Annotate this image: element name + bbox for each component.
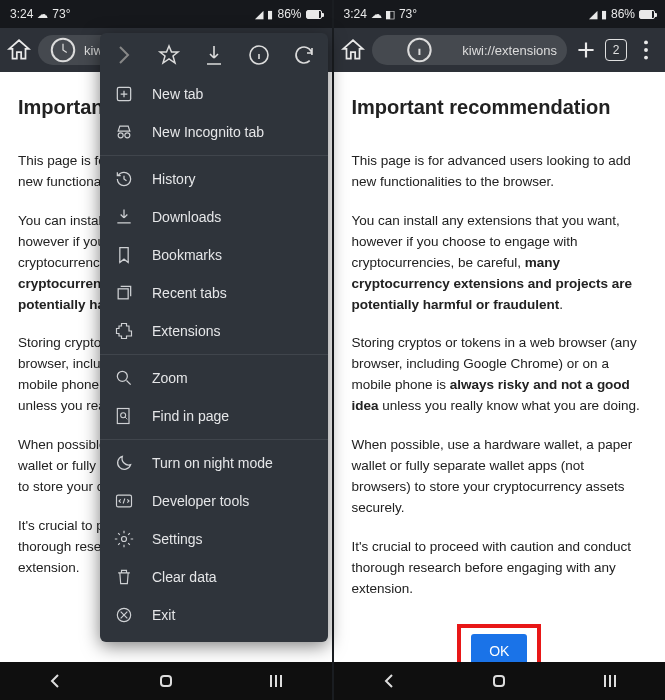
battery-icon — [306, 10, 322, 19]
recent-tabs-icon — [114, 283, 134, 303]
downloads-icon — [114, 207, 134, 227]
incognito-icon — [114, 122, 134, 142]
svg-rect-10 — [161, 676, 171, 686]
menu-top-icons — [100, 37, 328, 75]
back-icon[interactable] — [377, 669, 401, 693]
history-icon — [114, 169, 134, 189]
extensions-icon — [114, 321, 134, 341]
forward-icon[interactable] — [112, 43, 136, 67]
url-text: kiwi://extensions — [462, 43, 557, 58]
bookmarks-icon — [114, 245, 134, 265]
cloud-icon: ☁ ◧ — [371, 8, 395, 21]
home-icon[interactable] — [340, 37, 366, 63]
svg-point-12 — [644, 40, 648, 44]
devtools-icon — [114, 491, 134, 511]
battery-percent: 86% — [611, 7, 635, 21]
plus-square-icon — [114, 84, 134, 104]
status-time: 3:24 — [344, 7, 367, 21]
exit-icon — [114, 605, 134, 625]
star-icon[interactable] — [157, 43, 181, 67]
recents-icon[interactable] — [264, 669, 288, 693]
status-bar: 3:24 ☁ 73° ◢ ▮ 86% — [0, 0, 332, 28]
home-nav-icon[interactable] — [154, 669, 178, 693]
info-icon[interactable] — [247, 43, 271, 67]
menu-history[interactable]: History — [100, 160, 328, 198]
tab-count[interactable]: 2 — [605, 39, 627, 61]
android-navbar — [0, 662, 332, 700]
svg-point-4 — [117, 371, 127, 381]
recents-icon[interactable] — [598, 669, 622, 693]
menu-settings[interactable]: Settings — [100, 520, 328, 558]
svg-rect-3 — [118, 289, 128, 299]
status-bar: 3:24 ☁ ◧ 73° ◢ ▮ 86% — [334, 0, 666, 28]
svg-rect-15 — [494, 676, 504, 686]
svg-point-14 — [644, 56, 648, 60]
moon-icon — [114, 453, 134, 473]
new-tab-icon[interactable] — [573, 37, 599, 63]
home-icon[interactable] — [6, 37, 32, 63]
phone-right: 3:24 ☁ ◧ 73° ◢ ▮ 86% kiwi://extensions 2… — [332, 0, 666, 700]
phone-left: 3:24 ☁ 73° ◢ ▮ 86% kiwi:/ Important This… — [0, 0, 332, 700]
red-highlight-ok: OK — [457, 624, 541, 662]
home-nav-icon[interactable] — [487, 669, 511, 693]
battery-icon — [639, 10, 655, 19]
gear-icon — [114, 529, 134, 549]
back-icon[interactable] — [43, 669, 67, 693]
cloud-icon: ☁ — [37, 8, 48, 21]
page-content: Important recommendation This page is fo… — [334, 72, 666, 662]
menu-night-mode[interactable]: Turn on night mode — [100, 444, 328, 482]
wifi-icon: ◢ — [589, 8, 597, 21]
download-icon[interactable] — [202, 43, 226, 67]
svg-point-13 — [644, 48, 648, 52]
menu-new-tab[interactable]: New tab — [100, 75, 328, 113]
trash-icon — [114, 567, 134, 587]
ok-button[interactable]: OK — [471, 634, 527, 662]
signal-icon: ▮ — [601, 8, 607, 21]
svg-rect-5 — [117, 409, 129, 424]
menu-zoom[interactable]: Zoom — [100, 359, 328, 397]
status-temp: 73° — [52, 7, 70, 21]
find-icon — [114, 406, 134, 426]
reload-icon[interactable] — [292, 43, 316, 67]
menu-dots-icon[interactable] — [633, 37, 659, 63]
menu-bookmarks[interactable]: Bookmarks — [100, 236, 328, 274]
signal-icon: ▮ — [267, 8, 273, 21]
menu-downloads[interactable]: Downloads — [100, 198, 328, 236]
battery-percent: 86% — [277, 7, 301, 21]
svg-point-8 — [122, 537, 127, 542]
overflow-menu: New tab New Incognito tab History Downlo… — [100, 33, 328, 642]
zoom-icon — [114, 368, 134, 388]
menu-incognito[interactable]: New Incognito tab — [100, 113, 328, 151]
browser-toolbar: kiwi://extensions 2 — [334, 28, 666, 72]
android-navbar — [334, 662, 666, 700]
status-temp: 73° — [399, 7, 417, 21]
menu-find[interactable]: Find in page — [100, 397, 328, 435]
url-bar[interactable]: kiwi://extensions — [372, 35, 568, 65]
menu-exit[interactable]: Exit — [100, 596, 328, 634]
menu-extensions[interactable]: Extensions — [100, 312, 328, 350]
menu-devtools[interactable]: Developer tools — [100, 482, 328, 520]
page-title: Important recommendation — [352, 92, 648, 123]
menu-recent-tabs[interactable]: Recent tabs — [100, 274, 328, 312]
menu-clear-data[interactable]: Clear data — [100, 558, 328, 596]
status-time: 3:24 — [10, 7, 33, 21]
wifi-icon: ◢ — [255, 8, 263, 21]
